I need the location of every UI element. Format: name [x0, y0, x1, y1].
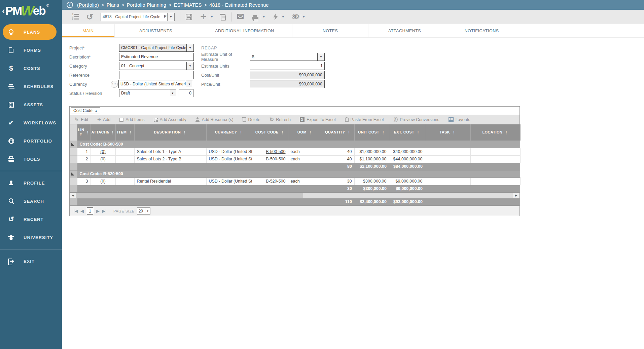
row-handle[interactable]	[70, 155, 77, 163]
layouts-button[interactable]: Layouts	[449, 117, 470, 122]
add-assembly-button[interactable]: Add Assembly	[154, 117, 186, 122]
chevron-down-icon[interactable]: ▼	[145, 208, 150, 214]
previous-page-button[interactable]: ◀	[80, 209, 84, 213]
workflow-actions-button[interactable]	[273, 13, 278, 20]
add-items-button[interactable]: Add Items	[119, 117, 144, 122]
column-menu-icon[interactable]: ⋮	[239, 130, 243, 135]
column-menu-icon[interactable]: ⋮	[111, 130, 114, 135]
edit-button[interactable]: Edit	[74, 117, 88, 122]
reference-input[interactable]	[119, 71, 194, 79]
print-menu-caret-icon[interactable]: ▼	[262, 15, 265, 18]
column-header-unit_cost[interactable]: UNIT COST⋮	[354, 124, 389, 141]
sidebar-item-costs[interactable]: COSTS	[0, 59, 62, 77]
column-menu-icon[interactable]: ⋮	[281, 130, 284, 135]
column-menu-icon[interactable]: ⋮	[504, 130, 508, 135]
scrollbar-track[interactable]	[76, 193, 513, 198]
cost_code-link[interactable]: B-500-500	[266, 157, 285, 161]
column-header-description[interactable]: DESCRIPTION⋮	[134, 124, 206, 141]
scrollbar-thumb[interactable]	[76, 193, 303, 198]
records-list-button[interactable]: 123	[72, 14, 79, 20]
column-menu-icon[interactable]: ⋮	[183, 130, 186, 135]
next-page-button[interactable]: ▶	[96, 209, 100, 213]
currency-select[interactable]: USD - Dollar (United States of America) …	[118, 80, 193, 88]
attachment-link[interactable]: (0)	[100, 179, 105, 184]
refresh-button[interactable]: Refresh	[270, 117, 291, 122]
description-input[interactable]	[119, 53, 194, 61]
column-menu-icon[interactable]: ⋮	[86, 130, 90, 135]
sidebar-item-plans[interactable]: PLANS	[3, 24, 57, 40]
workflow-menu-caret-icon[interactable]: ▼	[282, 15, 284, 18]
record-selector-dropdown[interactable]: 4818 - Capital Project Life Cycle - E ▼	[101, 13, 175, 21]
tab-main[interactable]: MAIN	[62, 24, 114, 37]
column-header-item[interactable]: ITEM⋮	[115, 124, 134, 141]
breadcrumb-portfolio-link[interactable]: (Portfolio)	[77, 2, 99, 8]
add-menu-caret-icon[interactable]: ▼	[211, 15, 213, 18]
scroll-left-arrow-icon[interactable]: ◀	[70, 194, 76, 197]
email-button[interactable]	[237, 13, 244, 21]
column-header-location[interactable]: LOCATION⋮	[470, 124, 520, 141]
tab-adjustments[interactable]: ADJUSTMENTS	[114, 24, 197, 37]
chevron-down-icon[interactable]: ▼	[186, 80, 193, 88]
group-header-row[interactable]: Cost Code: B-520-500	[70, 170, 520, 178]
sidebar-item-workflows[interactable]: WORKFLOWS	[0, 114, 62, 132]
sidebar-item-university[interactable]: UNIVERSITY	[0, 228, 62, 246]
attachment-link[interactable]: (0)	[100, 149, 105, 154]
add-button[interactable]: Add	[97, 117, 110, 122]
currency-lookup-button[interactable]: •••	[111, 81, 118, 88]
chevron-down-icon[interactable]: ▼	[167, 13, 174, 21]
delete-button[interactable]: Delete	[243, 117, 260, 122]
column-menu-icon[interactable]: ⋮	[347, 130, 351, 135]
column-header-task[interactable]: TASK⋮	[425, 124, 470, 141]
group-collapse-icon[interactable]	[70, 170, 77, 178]
table-row[interactable]: 3(0)Rental ResidentialUSD - Dollar (Unit…	[70, 178, 520, 185]
current-page-box[interactable]: 1	[87, 207, 93, 215]
scroll-right-arrow-icon[interactable]: ▶	[513, 194, 520, 197]
status-select[interactable]: Draft ▼	[119, 89, 176, 97]
column-menu-icon[interactable]: ⋮	[416, 130, 420, 135]
tab-attachments[interactable]: ATTACHMENTS	[368, 24, 441, 37]
sidebar-item-assets[interactable]: ASSETS	[0, 95, 62, 114]
column-header-currency[interactable]: CURRENCY⋮	[206, 124, 252, 141]
page-size-select[interactable]: 20 ▼	[137, 207, 150, 215]
column-header-cost_code[interactable]: COST CODE⋮	[252, 124, 288, 141]
paste-excel-button[interactable]: Paste From Excel	[345, 117, 384, 122]
sidebar-item-exit[interactable]: EXIT	[0, 252, 62, 270]
estimate-units-input[interactable]	[250, 62, 325, 70]
delete-record-button[interactable]	[221, 13, 226, 21]
add-record-button[interactable]	[200, 12, 207, 22]
row-handle[interactable]	[70, 148, 77, 155]
column-header-line[interactable]: LINE #⋮	[77, 124, 91, 141]
tab-additional-information[interactable]: ADDITIONAL INFORMATION	[197, 24, 292, 37]
sidebar-item-recent[interactable]: RECENT	[0, 210, 62, 228]
revision-input[interactable]	[179, 89, 193, 97]
chevron-down-icon[interactable]: ▼	[186, 44, 193, 51]
estimate-uom-select[interactable]: $ ▼	[250, 53, 325, 61]
column-header-uom[interactable]: UOM⋮	[288, 124, 322, 141]
column-menu-icon[interactable]: ⋮	[452, 130, 456, 135]
column-header-quantity[interactable]: QUANTITY⋮	[322, 124, 354, 141]
sidebar-item-tools[interactable]: TOOLS	[0, 150, 62, 168]
first-page-button[interactable]: ◀	[74, 209, 78, 213]
history-button[interactable]	[86, 13, 93, 21]
chevron-down-icon[interactable]: ▼	[317, 53, 324, 61]
save-button[interactable]	[186, 14, 192, 20]
group-collapse-icon[interactable]	[70, 141, 77, 148]
table-row[interactable]: 1(0)Sales of Lots 1 - Type AUSD - Dollar…	[70, 148, 520, 155]
column-header-ext_cost[interactable]: EXT. COST⋮	[389, 124, 425, 141]
table-row[interactable]: 2(0)Sales of Lots 2 - Type BUSD - Dollar…	[70, 155, 520, 163]
add-resources-button[interactable]: Add Resource(s)	[195, 117, 234, 122]
column-menu-icon[interactable]: ⋮	[309, 130, 312, 135]
row-handle[interactable]	[70, 178, 77, 185]
column-menu-icon[interactable]: ⋮	[129, 130, 132, 135]
tab-notifications[interactable]: NOTIFICATIONS	[441, 24, 522, 37]
sidebar-item-profile[interactable]: PROFILE	[0, 174, 62, 192]
sidebar-item-schedules[interactable]: SCHEDULES	[0, 77, 62, 95]
3d-menu-caret-icon[interactable]: ▼	[302, 15, 305, 18]
chevron-down-icon[interactable]: ▼	[186, 62, 193, 70]
sidebar-item-search[interactable]: SEARCH	[0, 192, 62, 210]
pmweb-logo[interactable]: ‹PMWeb®	[0, 0, 62, 22]
sidebar-item-forms[interactable]: FORMS	[0, 41, 62, 59]
group-by-cost-code-chip[interactable]: Cost Code ▲	[71, 107, 100, 114]
export-excel-button[interactable]: Export To Excel	[300, 117, 336, 122]
cost_code-link[interactable]: B-500-500	[266, 149, 285, 154]
